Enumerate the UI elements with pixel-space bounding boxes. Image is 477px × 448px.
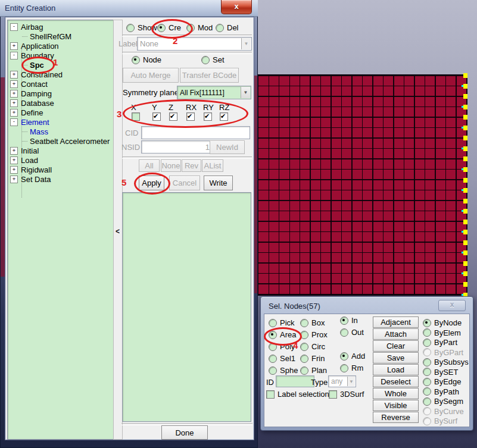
tree-item-spc[interactable]: Spc: [22, 61, 44, 70]
dof-checkbox-z[interactable]: [169, 112, 177, 121]
tree-item-constrained[interactable]: +Constrained: [10, 70, 63, 79]
tree-item-set-data[interactable]: +Set Data: [10, 175, 51, 184]
write-button[interactable]: Write: [204, 176, 233, 190]
dof-checkbox-ry[interactable]: [204, 112, 212, 121]
tree-expand-icon[interactable]: +: [10, 71, 18, 79]
select-shape-radio-plan[interactable]: Plan: [300, 366, 327, 375]
by-radio-byelem[interactable]: ByElem: [423, 328, 461, 337]
tree-item-contact[interactable]: +Contact: [10, 80, 48, 89]
auto-merge-button[interactable]: Auto Merge: [123, 68, 179, 83]
select-shape-radio-frin[interactable]: Frin: [300, 354, 325, 363]
tree-item-application[interactable]: +Application: [10, 42, 59, 51]
load-button[interactable]: Load: [373, 364, 419, 375]
dof-checkbox-y[interactable]: [152, 112, 161, 121]
by-radio-bysubsys[interactable]: BySubsys: [423, 358, 469, 366]
symmetry-dropdown[interactable]: All Fix[111111] ▼: [177, 86, 251, 99]
tree-item-mass[interactable]: Mass: [22, 127, 48, 136]
tree-expand-icon[interactable]: +: [10, 99, 18, 107]
by-radio-bysurf[interactable]: BySurf: [423, 416, 457, 425]
tree-collapse-icon[interactable]: -: [10, 118, 18, 126]
deselect-button[interactable]: Deselect: [373, 376, 419, 387]
tree-item-rigidwall[interactable]: +Rigidwall: [10, 165, 52, 174]
adjacent-button[interactable]: Adjacent: [373, 317, 419, 328]
tree-item-initial[interactable]: +Initial: [10, 146, 39, 155]
by-radio-bygpart[interactable]: ByGPart: [423, 348, 463, 357]
transfer-bcode-button[interactable]: Transfer BCode: [180, 68, 239, 83]
tree-item-shellrefgm[interactable]: ShellRefGM: [22, 32, 71, 41]
by-radio-bysegm[interactable]: BySegm: [423, 397, 463, 406]
tree-item-element[interactable]: -Element: [10, 118, 49, 127]
select-mode-radio-area[interactable]: Area: [269, 330, 296, 339]
tree-collapse-icon[interactable]: -: [10, 52, 18, 59]
tree-item-load[interactable]: +Load: [10, 156, 38, 165]
attach-button[interactable]: Attach: [373, 328, 419, 340]
tree-expand-icon[interactable]: +: [10, 109, 18, 117]
cancel-button[interactable]: Cancel: [169, 176, 200, 190]
by-radio-bypath[interactable]: ByPath: [423, 387, 459, 396]
none-button[interactable]: None: [161, 159, 181, 172]
tree-item-database[interactable]: +Database: [10, 99, 54, 108]
by-radio-byedge[interactable]: ByEdge: [423, 377, 462, 386]
save-button[interactable]: Save: [373, 352, 419, 364]
label-dropdown[interactable]: None ▼: [137, 37, 252, 51]
type-dropdown[interactable]: any ▼: [328, 375, 356, 387]
addrm-radio-rm[interactable]: Rm: [340, 364, 363, 372]
select-shape-radio-prox[interactable]: Prox: [300, 330, 328, 339]
panel-splitter[interactable]: <: [113, 20, 123, 440]
alist-button[interactable]: AList: [202, 159, 223, 172]
select-shape-radio-box[interactable]: Box: [300, 318, 325, 327]
tree-expand-icon[interactable]: +: [10, 80, 18, 88]
tree-item-seatbelt-accelerometer[interactable]: Seatbelt Accelerometer: [22, 137, 110, 146]
reverse-button[interactable]: Reverse: [373, 412, 419, 423]
all-button[interactable]: All: [139, 159, 160, 172]
entity-radio-node[interactable]: Node: [132, 55, 161, 64]
apply-button[interactable]: Apply: [139, 176, 164, 190]
clear-button[interactable]: Clear: [373, 340, 419, 352]
tree-item-boundary[interactable]: -Boundary: [10, 51, 54, 60]
select-mode-radio-sphe[interactable]: Sphe: [269, 366, 298, 375]
tree-expand-icon[interactable]: +: [10, 156, 18, 164]
tree-expand-icon[interactable]: +: [10, 90, 18, 98]
whole-button[interactable]: Whole: [373, 388, 419, 399]
close-button[interactable]: x: [221, 0, 252, 14]
nsid-field[interactable]: 1: [141, 140, 213, 153]
dialog-close-button[interactable]: x: [438, 300, 466, 311]
inout-radio-out[interactable]: Out: [340, 328, 364, 337]
mesh-viewport[interactable]: [258, 74, 467, 296]
addrm-radio-add[interactable]: Add: [340, 352, 365, 361]
mode-radio-show[interactable]: Show: [126, 23, 157, 32]
tree-item-airbag[interactable]: -Airbag: [10, 23, 43, 32]
select-mode-radio-poly[interactable]: Poly: [269, 342, 295, 351]
mode-radio-cre[interactable]: Cre: [157, 23, 181, 32]
done-button[interactable]: Done: [161, 425, 208, 440]
cid-field[interactable]: [141, 126, 250, 139]
titlebar[interactable]: Entity Creation x: [0, 0, 258, 17]
select-mode-radio-sel1[interactable]: Sel1: [269, 354, 295, 363]
entity-radio-set[interactable]: Set: [201, 55, 225, 64]
tree-expand-icon[interactable]: +: [10, 166, 18, 174]
id-field[interactable]: [276, 375, 314, 387]
tree-item-define[interactable]: +Define: [10, 108, 43, 117]
select-shape-radio-circ[interactable]: Circ: [300, 342, 325, 351]
by-radio-bycurve[interactable]: ByCurve: [423, 407, 464, 416]
mode-radio-mod[interactable]: Mod: [186, 23, 213, 32]
tree-item-damping[interactable]: +Damping: [10, 89, 52, 98]
dof-checkbox-x[interactable]: [132, 112, 140, 121]
dof-checkbox-rx[interactable]: [186, 112, 195, 121]
by-radio-bypart[interactable]: ByPart: [423, 338, 457, 347]
entity-list-box[interactable]: [122, 192, 251, 422]
tree-collapse-icon[interactable]: -: [10, 23, 18, 31]
inout-radio-in[interactable]: In: [340, 316, 358, 325]
checkbox-label-selection[interactable]: Label selection: [266, 390, 329, 399]
tree-expand-icon[interactable]: +: [10, 147, 18, 155]
by-radio-byset[interactable]: BySET: [423, 368, 458, 377]
tree-expand-icon[interactable]: +: [10, 42, 18, 50]
checkbox-3dsurf[interactable]: 3DSurf: [329, 390, 364, 399]
select-mode-radio-pick[interactable]: Pick: [269, 318, 295, 327]
newid-button[interactable]: NewId: [210, 140, 245, 154]
rev-button[interactable]: Rev: [182, 159, 201, 172]
dof-checkbox-rz[interactable]: [220, 112, 228, 121]
tree-expand-icon[interactable]: +: [10, 176, 18, 183]
by-radio-bynode[interactable]: ByNode: [423, 318, 462, 327]
mode-radio-del[interactable]: Del: [216, 23, 239, 32]
